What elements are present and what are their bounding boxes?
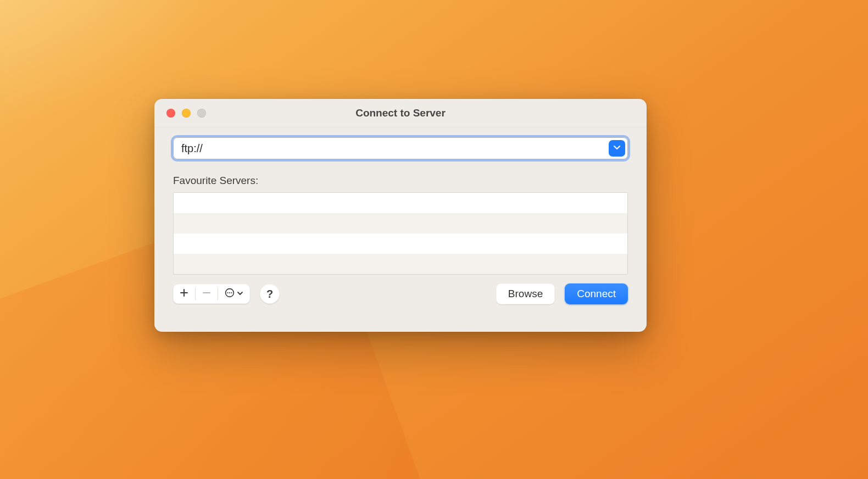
window-zoom-button xyxy=(197,109,206,118)
dialog-title: Connect to Server xyxy=(154,107,647,119)
remove-favourite-button xyxy=(196,284,218,304)
svg-point-3 xyxy=(231,292,232,293)
svg-point-1 xyxy=(227,292,229,293)
add-favourite-button[interactable] xyxy=(173,284,195,304)
favourite-servers-label: Favourite Servers: xyxy=(173,175,628,187)
chevron-down-icon xyxy=(237,289,243,299)
server-address-input[interactable] xyxy=(173,137,628,159)
connect-to-server-dialog: Connect to Server Favourite Servers: xyxy=(154,99,647,332)
list-item xyxy=(174,254,627,274)
help-icon: ? xyxy=(266,288,273,300)
list-item xyxy=(174,213,627,233)
favourites-toolbar xyxy=(173,284,250,304)
server-address-field-wrap xyxy=(173,137,628,159)
connect-button[interactable]: Connect xyxy=(565,283,628,304)
list-item xyxy=(174,193,627,213)
recent-servers-dropdown[interactable] xyxy=(609,140,625,157)
dialog-footer: ? Browse Connect xyxy=(173,283,628,304)
favourites-actions-menu[interactable] xyxy=(218,284,250,304)
window-close-button[interactable] xyxy=(166,109,175,118)
list-item xyxy=(174,233,627,254)
ellipsis-circle-icon xyxy=(225,288,235,300)
help-button[interactable]: ? xyxy=(260,284,280,304)
browse-button[interactable]: Browse xyxy=(496,283,555,304)
minus-icon xyxy=(202,288,211,299)
traffic-lights xyxy=(166,109,206,118)
chevron-down-icon xyxy=(613,143,621,153)
connect-button-label: Connect xyxy=(577,288,616,300)
browse-button-label: Browse xyxy=(508,288,543,300)
favourite-servers-list[interactable] xyxy=(173,192,628,275)
titlebar: Connect to Server xyxy=(154,99,647,127)
plus-icon xyxy=(180,288,188,299)
svg-point-2 xyxy=(229,292,230,293)
window-minimize-button[interactable] xyxy=(182,109,191,118)
dialog-content: Favourite Servers: xyxy=(154,127,647,332)
